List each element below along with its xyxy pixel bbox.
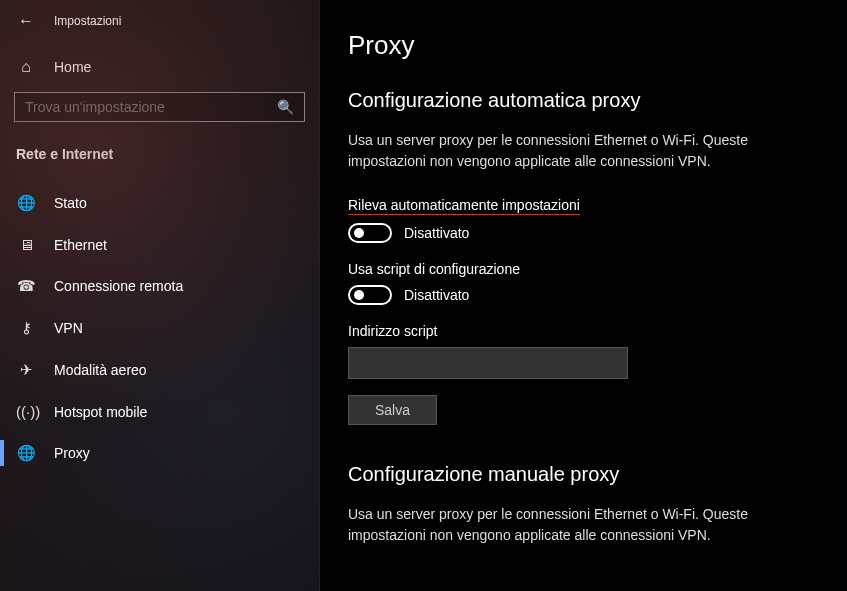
search-icon: 🔍 [277, 99, 294, 115]
sidebar-item-label: Hotspot mobile [54, 404, 147, 420]
use-script-label: Usa script di configurazione [348, 261, 819, 277]
home-icon: ⌂ [16, 58, 36, 76]
sidebar-item-status[interactable]: 🌐 Stato [0, 182, 319, 224]
sidebar-item-label: Ethernet [54, 237, 107, 253]
sidebar-item-proxy[interactable]: 🌐 Proxy [0, 432, 319, 474]
sidebar-nav: 🌐 Stato 🖥 Ethernet ☎ Connessione remota … [0, 182, 319, 474]
script-address-input[interactable] [348, 347, 628, 379]
proxy-icon: 🌐 [16, 444, 36, 462]
section-auto-heading: Configurazione automatica proxy [348, 89, 819, 112]
sidebar-item-airplane[interactable]: ✈ Modalità aereo [0, 349, 319, 391]
main-content: Proxy Configurazione automatica proxy Us… [320, 0, 847, 591]
page-title: Proxy [348, 30, 819, 61]
dialup-icon: ☎ [16, 277, 36, 295]
sidebar-item-label: Stato [54, 195, 87, 211]
titlebar: ← Impostazioni [0, 8, 319, 48]
auto-detect-toggle[interactable] [348, 223, 392, 243]
status-icon: 🌐 [16, 194, 36, 212]
use-script-toggle[interactable] [348, 285, 392, 305]
auto-detect-label: Rileva automaticamente impostazioni [348, 197, 580, 215]
sidebar-item-hotspot[interactable]: ((·)) Hotspot mobile [0, 391, 319, 432]
script-address-label: Indirizzo script [348, 323, 819, 339]
category-heading: Rete e Internet [0, 140, 319, 182]
sidebar-item-dialup[interactable]: ☎ Connessione remota [0, 265, 319, 307]
ethernet-icon: 🖥 [16, 236, 36, 253]
sidebar-item-label: Modalità aereo [54, 362, 147, 378]
app-title: Impostazioni [54, 14, 121, 28]
sidebar-item-label: Connessione remota [54, 278, 183, 294]
auto-detect-state: Disattivato [404, 225, 469, 241]
section-manual-desc: Usa un server proxy per le connessioni E… [348, 504, 788, 546]
save-button[interactable]: Salva [348, 395, 437, 425]
vpn-icon: ⚷ [16, 319, 36, 337]
sidebar-item-label: Proxy [54, 445, 90, 461]
home-label: Home [54, 59, 91, 75]
search-box[interactable]: 🔍 [14, 92, 305, 122]
back-button[interactable]: ← [16, 12, 36, 30]
settings-sidebar: ← Impostazioni ⌂ Home 🔍 Rete e Internet … [0, 0, 320, 591]
search-input[interactable] [25, 99, 265, 115]
hotspot-icon: ((·)) [16, 403, 36, 420]
sidebar-item-ethernet[interactable]: 🖥 Ethernet [0, 224, 319, 265]
sidebar-item-vpn[interactable]: ⚷ VPN [0, 307, 319, 349]
use-script-state: Disattivato [404, 287, 469, 303]
sidebar-home[interactable]: ⌂ Home [0, 48, 319, 90]
sidebar-item-label: VPN [54, 320, 83, 336]
airplane-icon: ✈ [16, 361, 36, 379]
section-auto-desc: Usa un server proxy per le connessioni E… [348, 130, 788, 172]
section-manual-heading: Configurazione manuale proxy [348, 463, 819, 486]
